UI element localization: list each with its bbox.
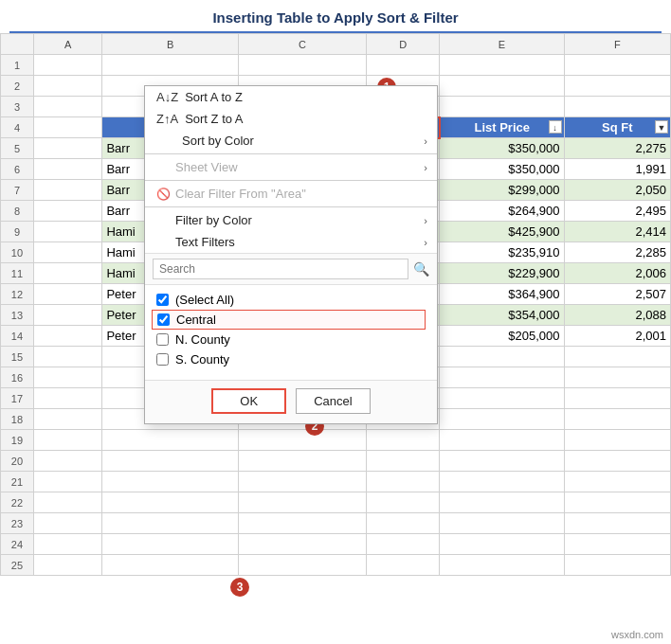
chevron-right-icon: › xyxy=(424,237,427,248)
chevron-right-icon: › xyxy=(424,135,427,147)
watermark: wsxdn.com xyxy=(611,629,663,640)
sheet-view-item: Sheet View › xyxy=(145,156,437,178)
row-num: 11 xyxy=(1,263,34,284)
row-num: 14 xyxy=(1,326,34,347)
row-num: 4 xyxy=(1,117,34,138)
row-num: 5 xyxy=(1,138,34,159)
search-icon: 🔍 xyxy=(413,261,429,277)
col-c: C xyxy=(239,34,367,55)
search-input[interactable] xyxy=(153,259,408,279)
col-b: B xyxy=(102,34,239,55)
sort-z-a-item[interactable]: Z↑A Sort Z to A xyxy=(145,108,437,130)
sort-by-color-item[interactable]: Sort by Color › xyxy=(145,130,437,152)
col-a: A xyxy=(33,34,101,55)
page-title: Inserting Table to Apply Sort & Filter xyxy=(9,0,662,33)
central-item[interactable]: Central xyxy=(152,310,426,330)
dialog-buttons: OK Cancel xyxy=(145,380,437,423)
sort-az-icon: A↓Z xyxy=(156,90,178,104)
n-county-checkbox[interactable] xyxy=(156,333,169,346)
spreadsheet: Inserting Table to Apply Sort & Filter A… xyxy=(0,0,671,644)
row-num: 12 xyxy=(1,284,34,305)
col-corner xyxy=(1,34,34,55)
row-num: 10 xyxy=(1,242,34,263)
separator xyxy=(145,206,437,207)
col-d: D xyxy=(366,34,439,55)
row-num: 8 xyxy=(1,201,34,222)
clear-filter-item: 🚫 Clear Filter From "Area" xyxy=(145,183,437,205)
row-num: 6 xyxy=(1,159,34,180)
header-sq-ft[interactable]: Sq Ft ▼ xyxy=(564,117,670,138)
chevron-right-icon: › xyxy=(424,162,427,173)
sort-a-z-item[interactable]: A↓Z Sort A to Z xyxy=(145,86,437,108)
select-all-item[interactable]: (Select All) xyxy=(156,290,426,310)
checkbox-list: (Select All) Central N. County S. County xyxy=(145,285,437,380)
filter-dropdown: A↓Z Sort A to Z Z↑A Sort Z to A Sort by … xyxy=(144,85,438,424)
search-box-container: 🔍 xyxy=(145,253,437,285)
col-e: E xyxy=(440,34,564,55)
s-county-checkbox[interactable] xyxy=(156,353,169,366)
filter-sqft-btn[interactable]: ▼ xyxy=(655,120,668,134)
filter-price-btn[interactable]: ↓ xyxy=(549,120,562,134)
row-num: 13 xyxy=(1,305,34,326)
central-checkbox[interactable] xyxy=(157,313,170,326)
row-num: 9 xyxy=(1,222,34,242)
n-county-item[interactable]: N. County xyxy=(156,330,426,349)
header-list-price[interactable]: List Price ↓ xyxy=(440,117,564,138)
sort-za-icon: Z↑A xyxy=(156,112,178,126)
row-num: 7 xyxy=(1,180,34,201)
badge-3: 3 xyxy=(230,578,249,597)
separator xyxy=(145,180,437,181)
filter-by-color-item[interactable]: Filter by Color › xyxy=(145,209,437,231)
clear-filter-icon: 🚫 xyxy=(156,188,175,201)
row-num: 1 xyxy=(1,55,34,76)
row-num: 2 xyxy=(1,76,34,97)
chevron-right-icon: › xyxy=(424,215,427,226)
select-all-checkbox[interactable] xyxy=(156,294,169,306)
ok-button[interactable]: OK xyxy=(211,388,286,414)
separator xyxy=(145,153,437,154)
row-num: 3 xyxy=(1,97,34,117)
s-county-item[interactable]: S. County xyxy=(156,349,426,369)
text-filters-item[interactable]: Text Filters › xyxy=(145,231,437,253)
col-f: F xyxy=(564,34,670,55)
cancel-button[interactable]: Cancel xyxy=(296,388,370,414)
